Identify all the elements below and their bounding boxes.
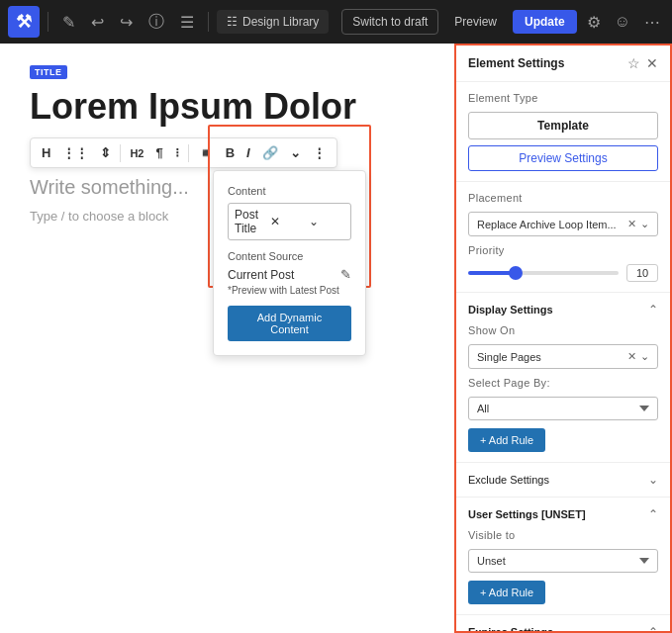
- user-settings-section: User Settings [UNSET] ⌃ Visible to Unset…: [456, 497, 670, 615]
- h2-button[interactable]: H2: [125, 144, 148, 162]
- block-toolbar: H ⋮⋮ ⇕ H2 ¶ ⁝ ◾ B I 🔗 ⌄ ⋮: [30, 137, 337, 168]
- expires-settings-section: Expires Settings ⌃ Enable Expires Expire…: [456, 615, 670, 633]
- placement-label: Placement: [468, 192, 658, 204]
- source-row: Current Post ✎: [228, 267, 351, 282]
- exclude-settings-section: Exclude Settings ⌄: [456, 463, 670, 497]
- block-icon[interactable]: ◾: [193, 142, 219, 163]
- page-title[interactable]: Lorem Ipsum Dolor: [30, 85, 425, 128]
- wp-logo-icon[interactable]: ⚒: [8, 6, 40, 38]
- toolbar-separator: [48, 12, 48, 32]
- move-icon[interactable]: ⇕: [95, 142, 116, 163]
- expires-toggle-icon[interactable]: ⌃: [648, 625, 658, 633]
- template-button[interactable]: Template: [468, 112, 658, 139]
- italic-button[interactable]: I: [241, 142, 255, 163]
- content-select-value: Post Title: [235, 208, 270, 235]
- info-icon[interactable]: ⓘ: [143, 8, 170, 37]
- exclude-settings-header[interactable]: Exclude Settings ⌄: [468, 473, 658, 487]
- content-select-clear-icon[interactable]: ✕: [270, 215, 306, 228]
- placement-select[interactable]: Replace Archive Loop Item... ✕ ⌄: [468, 212, 658, 236]
- priority-slider[interactable]: [468, 271, 619, 275]
- placement-section: Placement Replace Archive Loop Item... ✕…: [456, 182, 670, 293]
- more-options-icon[interactable]: ⋯: [640, 9, 664, 36]
- priority-value: 10: [626, 264, 658, 282]
- content-source-label: Content Source: [228, 250, 351, 262]
- placement-value: Replace Archive Loop Item...: [477, 219, 627, 230]
- settings-icon[interactable]: ⚙: [583, 9, 605, 36]
- panel-header-icons: ☆ ✕: [627, 55, 658, 71]
- more-block-options-icon[interactable]: ⋮: [308, 142, 331, 163]
- visible-to-dropdown[interactable]: Unset: [468, 549, 658, 573]
- switch-draft-button[interactable]: Switch to draft: [341, 9, 438, 35]
- show-on-clear-icon[interactable]: ✕: [627, 350, 636, 363]
- display-settings-header[interactable]: Display Settings ⌃: [468, 303, 658, 316]
- toolbar-sep: [120, 144, 121, 162]
- redo-icon[interactable]: ↪: [114, 9, 139, 36]
- add-rule-button[interactable]: + Add Rule: [468, 428, 545, 452]
- select-page-dropdown[interactable]: All: [468, 397, 658, 420]
- display-settings-section: Display Settings ⌃ Show On Single Pages …: [456, 293, 670, 463]
- show-on-value: Single Pages: [477, 351, 627, 363]
- content-select[interactable]: Post Title ✕ ⌄: [228, 203, 351, 240]
- display-settings-label: Display Settings: [468, 304, 553, 316]
- element-type-section: Element Type Template Preview Settings: [456, 82, 670, 182]
- user-icon[interactable]: ☺: [611, 9, 634, 35]
- paragraph-icon[interactable]: ¶: [150, 142, 167, 163]
- expires-settings-header[interactable]: Expires Settings ⌃: [468, 625, 658, 633]
- user-settings-header[interactable]: User Settings [UNSET] ⌃: [468, 507, 658, 521]
- placement-arrow-icon[interactable]: ⌄: [640, 218, 649, 230]
- content-select-arrow-icon[interactable]: ⌄: [309, 215, 344, 228]
- exclude-label: Exclude Settings: [468, 474, 549, 486]
- design-library-button[interactable]: ☷ Design Library: [217, 10, 329, 34]
- exclude-toggle-icon[interactable]: ⌄: [648, 473, 658, 487]
- expires-settings-label: Expires Settings: [468, 626, 553, 633]
- add-dynamic-content-button[interactable]: Add Dynamic Content: [228, 306, 351, 341]
- placement-clear-icon[interactable]: ✕: [627, 218, 636, 230]
- toolbar-sep-2: [188, 144, 189, 162]
- right-panel: Element Settings ☆ ✕ Element Type Templa…: [454, 44, 672, 633]
- toolbar-right: Switch to draft Preview Update ⚙ ☺ ⋯: [341, 9, 664, 36]
- add-rule-button-2[interactable]: + Add Rule: [468, 581, 545, 604]
- panel-close-icon[interactable]: ✕: [646, 55, 658, 71]
- design-library-icon: ☷: [227, 15, 238, 29]
- content-label: Content: [228, 185, 351, 197]
- display-settings-toggle-icon[interactable]: ⌃: [648, 303, 658, 316]
- panel-title: Element Settings: [468, 56, 564, 70]
- link-icon[interactable]: 🔗: [257, 142, 283, 163]
- chevron-down-icon[interactable]: ⌄: [285, 142, 306, 163]
- drag-handle-icon[interactable]: ⋮⋮: [57, 142, 93, 163]
- panel-header: Element Settings ☆ ✕: [456, 45, 670, 82]
- editor-area: TITLE Lorem Ipsum Dolor H ⋮⋮ ⇕ H2 ¶ ⁝ ◾ …: [0, 44, 454, 633]
- preview-settings-button[interactable]: Preview Settings: [468, 145, 658, 171]
- user-settings-label: User Settings [UNSET]: [468, 508, 586, 520]
- user-settings-toggle-icon[interactable]: ⌃: [648, 507, 658, 521]
- show-on-select[interactable]: Single Pages ✕ ⌄: [468, 344, 658, 369]
- source-value: Current Post: [228, 268, 294, 282]
- element-type-label: Element Type: [468, 92, 658, 104]
- title-badge: TITLE: [30, 65, 67, 79]
- bold-button[interactable]: B: [221, 142, 240, 163]
- dynamic-content-popup: Content Post Title ✕ ⌄ Content Source Cu…: [213, 170, 366, 356]
- edit-icon[interactable]: ✎: [56, 9, 81, 36]
- block-type-button[interactable]: H: [37, 142, 55, 163]
- text-align-icon[interactable]: ⁝: [170, 142, 184, 163]
- toolbar-separator-2: [208, 12, 209, 32]
- list-view-icon[interactable]: ☰: [174, 9, 200, 36]
- preview-note: *Preview with Latest Post: [228, 285, 351, 296]
- undo-icon[interactable]: ↩: [85, 9, 110, 36]
- priority-label: Priority: [468, 244, 658, 256]
- top-toolbar: ⚒ ✎ ↩ ↪ ⓘ ☰ ☷ Design Library Switch to d…: [0, 0, 672, 44]
- star-icon[interactable]: ☆: [627, 55, 640, 71]
- priority-row: 10: [468, 264, 658, 282]
- show-on-label: Show On: [468, 324, 658, 336]
- update-button[interactable]: Update: [513, 10, 577, 34]
- source-edit-icon[interactable]: ✎: [340, 267, 351, 282]
- main-area: TITLE Lorem Ipsum Dolor H ⋮⋮ ⇕ H2 ¶ ⁝ ◾ …: [0, 44, 672, 633]
- show-on-arrow-icon[interactable]: ⌄: [640, 350, 649, 363]
- visible-to-label: Visible to: [468, 529, 658, 541]
- select-page-label: Select Page By:: [468, 377, 658, 389]
- preview-button[interactable]: Preview: [444, 10, 507, 34]
